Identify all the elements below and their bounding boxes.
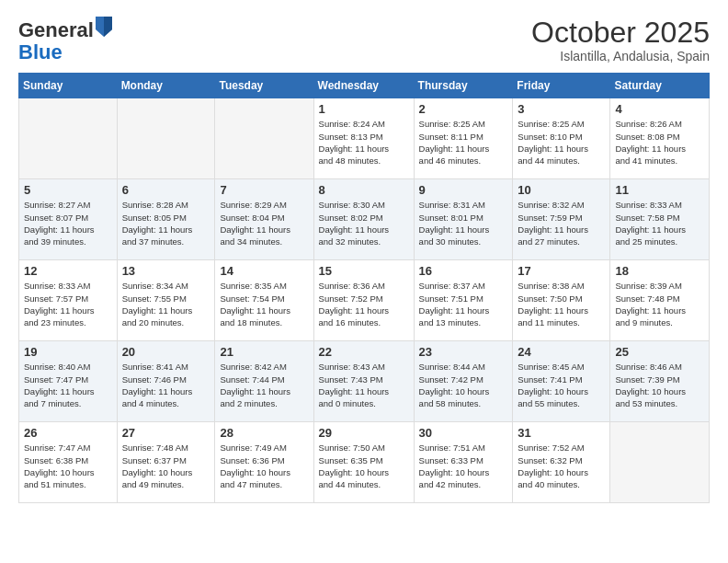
calendar-cell: 14Sunrise: 8:35 AM Sunset: 7:54 PM Dayli… [215,260,313,341]
day-number: 6 [122,183,210,197]
day-number: 16 [419,264,508,278]
calendar-week-row-1: 1Sunrise: 8:24 AM Sunset: 8:13 PM Daylig… [19,98,710,179]
day-info: Sunrise: 7:51 AM Sunset: 6:33 PM Dayligh… [419,442,508,490]
day-number: 19 [24,345,112,359]
logo-text: General [18,17,112,41]
col-tuesday: Tuesday [215,74,313,98]
day-info: Sunrise: 8:31 AM Sunset: 8:01 PM Dayligh… [419,199,508,247]
day-number: 23 [419,345,508,359]
day-info: Sunrise: 8:38 AM Sunset: 7:50 PM Dayligh… [518,280,605,328]
calendar-week-row-2: 5Sunrise: 8:27 AM Sunset: 8:07 PM Daylig… [19,179,710,260]
calendar-cell: 5Sunrise: 8:27 AM Sunset: 8:07 PM Daylig… [19,179,118,260]
calendar-cell: 10Sunrise: 8:32 AM Sunset: 7:59 PM Dayli… [513,179,610,260]
calendar-cell: 13Sunrise: 8:34 AM Sunset: 7:55 PM Dayli… [117,260,215,341]
day-info: Sunrise: 8:28 AM Sunset: 8:05 PM Dayligh… [122,199,210,247]
day-number: 22 [319,345,409,359]
day-info: Sunrise: 8:24 AM Sunset: 8:13 PM Dayligh… [319,118,409,167]
calendar-cell: 17Sunrise: 8:38 AM Sunset: 7:50 PM Dayli… [513,260,610,341]
day-info: Sunrise: 8:32 AM Sunset: 7:59 PM Dayligh… [518,199,605,247]
calendar-cell: 12Sunrise: 8:33 AM Sunset: 7:57 PM Dayli… [19,260,118,341]
day-info: Sunrise: 7:47 AM Sunset: 6:38 PM Dayligh… [24,442,112,490]
col-saturday: Saturday [610,74,710,98]
calendar-cell [117,98,215,179]
day-number: 2 [419,102,508,116]
day-info: Sunrise: 8:25 AM Sunset: 8:10 PM Dayligh… [518,118,605,167]
day-info: Sunrise: 8:25 AM Sunset: 8:11 PM Dayligh… [419,118,508,167]
day-info: Sunrise: 8:46 AM Sunset: 7:39 PM Dayligh… [615,361,704,409]
calendar-cell: 4Sunrise: 8:26 AM Sunset: 8:08 PM Daylig… [610,98,710,179]
calendar-week-row-3: 12Sunrise: 8:33 AM Sunset: 7:57 PM Dayli… [19,260,710,341]
calendar-cell: 24Sunrise: 8:45 AM Sunset: 7:41 PM Dayli… [513,341,610,422]
day-number: 15 [319,264,409,278]
calendar-cell: 9Sunrise: 8:31 AM Sunset: 8:01 PM Daylig… [414,179,513,260]
col-friday: Friday [513,74,610,98]
calendar-cell: 22Sunrise: 8:43 AM Sunset: 7:43 PM Dayli… [313,341,414,422]
day-info: Sunrise: 8:33 AM Sunset: 7:58 PM Dayligh… [615,199,704,247]
day-number: 21 [220,345,308,359]
logo-icon [96,17,112,37]
svg-marker-1 [104,17,112,37]
day-number: 29 [319,426,409,440]
day-info: Sunrise: 8:41 AM Sunset: 7:46 PM Dayligh… [122,361,210,409]
col-monday: Monday [117,74,215,98]
calendar-cell: 23Sunrise: 8:44 AM Sunset: 7:42 PM Dayli… [414,341,513,422]
logo-general: General [18,18,94,41]
logo-blue: Blue [18,40,63,63]
calendar-cell: 11Sunrise: 8:33 AM Sunset: 7:58 PM Dayli… [610,179,710,260]
day-number: 30 [419,426,508,440]
calendar-cell: 7Sunrise: 8:29 AM Sunset: 8:04 PM Daylig… [215,179,313,260]
calendar-cell: 18Sunrise: 8:39 AM Sunset: 7:48 PM Dayli… [610,260,710,341]
day-info: Sunrise: 8:34 AM Sunset: 7:55 PM Dayligh… [122,280,210,328]
calendar-cell: 20Sunrise: 8:41 AM Sunset: 7:46 PM Dayli… [117,341,215,422]
day-info: Sunrise: 8:30 AM Sunset: 8:02 PM Dayligh… [319,199,409,247]
logo: General Blue [18,17,112,63]
col-wednesday: Wednesday [313,74,414,98]
calendar-cell: 27Sunrise: 7:48 AM Sunset: 6:37 PM Dayli… [117,422,215,503]
calendar-cell: 1Sunrise: 8:24 AM Sunset: 8:13 PM Daylig… [313,98,414,179]
calendar-cell: 8Sunrise: 8:30 AM Sunset: 8:02 PM Daylig… [313,179,414,260]
col-thursday: Thursday [414,74,513,98]
calendar-table: Sunday Monday Tuesday Wednesday Thursday… [18,73,710,503]
day-info: Sunrise: 8:44 AM Sunset: 7:42 PM Dayligh… [419,361,508,409]
day-number: 5 [24,183,112,197]
header: General Blue October 2025 Islantilla, An… [18,17,710,63]
day-info: Sunrise: 8:33 AM Sunset: 7:57 PM Dayligh… [24,280,112,328]
day-info: Sunrise: 8:40 AM Sunset: 7:47 PM Dayligh… [24,361,112,409]
day-number: 10 [518,183,605,197]
page: General Blue October 2025 Islantilla, An… [0,0,728,563]
day-info: Sunrise: 8:36 AM Sunset: 7:52 PM Dayligh… [319,280,409,328]
day-info: Sunrise: 8:26 AM Sunset: 8:08 PM Dayligh… [615,118,704,167]
day-number: 26 [24,426,112,440]
calendar-cell: 15Sunrise: 8:36 AM Sunset: 7:52 PM Dayli… [313,260,414,341]
day-number: 31 [518,426,605,440]
day-number: 1 [319,102,409,116]
day-info: Sunrise: 8:39 AM Sunset: 7:48 PM Dayligh… [615,280,704,328]
day-number: 25 [615,345,704,359]
day-number: 20 [122,345,210,359]
calendar-cell: 29Sunrise: 7:50 AM Sunset: 6:35 PM Dayli… [313,422,414,503]
calendar-cell: 2Sunrise: 8:25 AM Sunset: 8:11 PM Daylig… [414,98,513,179]
day-number: 17 [518,264,605,278]
day-number: 24 [518,345,605,359]
location-subtitle: Islantilla, Andalusia, Spain [531,49,710,63]
calendar-cell: 19Sunrise: 8:40 AM Sunset: 7:47 PM Dayli… [19,341,118,422]
day-info: Sunrise: 7:52 AM Sunset: 6:32 PM Dayligh… [518,442,605,490]
day-info: Sunrise: 7:50 AM Sunset: 6:35 PM Dayligh… [319,442,409,490]
day-number: 7 [220,183,308,197]
calendar-cell: 21Sunrise: 8:42 AM Sunset: 7:44 PM Dayli… [215,341,313,422]
day-number: 4 [615,102,704,116]
month-title: October 2025 [531,17,710,49]
calendar-week-row-4: 19Sunrise: 8:40 AM Sunset: 7:47 PM Dayli… [19,341,710,422]
calendar-cell: 31Sunrise: 7:52 AM Sunset: 6:32 PM Dayli… [513,422,610,503]
calendar-cell: 6Sunrise: 8:28 AM Sunset: 8:05 PM Daylig… [117,179,215,260]
day-info: Sunrise: 8:45 AM Sunset: 7:41 PM Dayligh… [518,361,605,409]
calendar-week-row-5: 26Sunrise: 7:47 AM Sunset: 6:38 PM Dayli… [19,422,710,503]
day-number: 13 [122,264,210,278]
calendar-cell [610,422,710,503]
calendar-cell: 3Sunrise: 8:25 AM Sunset: 8:10 PM Daylig… [513,98,610,179]
day-number: 9 [419,183,508,197]
calendar-cell: 16Sunrise: 8:37 AM Sunset: 7:51 PM Dayli… [414,260,513,341]
calendar-cell: 26Sunrise: 7:47 AM Sunset: 6:38 PM Dayli… [19,422,118,503]
calendar-cell [215,98,313,179]
calendar-cell: 25Sunrise: 8:46 AM Sunset: 7:39 PM Dayli… [610,341,710,422]
